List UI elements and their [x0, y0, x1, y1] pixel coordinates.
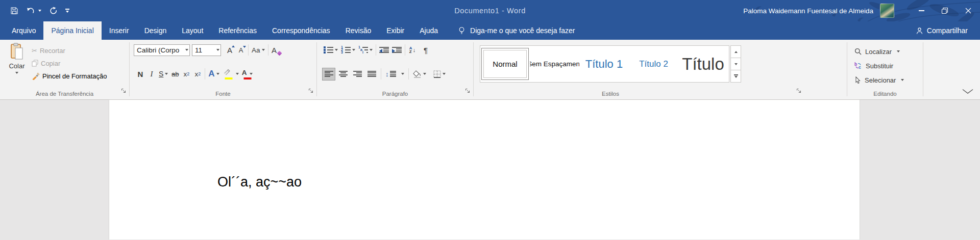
chevron-down-icon [216, 73, 219, 75]
find-button[interactable]: Localizar [854, 45, 900, 58]
separator [381, 68, 381, 79]
tab-arquivo[interactable]: Arquivo [4, 21, 43, 40]
restore-icon [941, 7, 948, 14]
grow-font-button[interactable]: A [224, 44, 235, 57]
group-clipboard: Colar ✂ Recortar Copiar Pincel de Format… [0, 40, 129, 99]
line-spacing-button[interactable]: ↕ [384, 68, 406, 81]
tab-correspondencias[interactable]: Correspondências [264, 21, 338, 40]
borders-button[interactable] [432, 68, 447, 81]
styles-scroll-up-button[interactable] [730, 45, 741, 58]
text-effects-button[interactable]: A [207, 68, 220, 81]
style-normal[interactable]: Normal [480, 46, 530, 82]
style-titulo-2[interactable]: Título 2 [629, 46, 678, 82]
change-case-button[interactable]: Aa [250, 44, 266, 57]
font-name-value: Calibri (Corpo [137, 46, 184, 54]
ribbon-tab-row: Arquivo Página Inicial Inserir Design La… [0, 21, 980, 40]
account-user-name[interactable]: Paloma Waidemann Fuentesal de Almeida [743, 7, 873, 15]
underline-glyph: S [159, 70, 163, 78]
tab-layout[interactable]: Layout [174, 21, 211, 40]
shrink-font-button[interactable]: A [235, 44, 247, 57]
styles-gallery-more-button[interactable] [730, 70, 741, 83]
font-size-combobox[interactable]: 11 [192, 44, 221, 56]
italic-button[interactable]: I [146, 68, 157, 81]
justify-button[interactable] [365, 68, 378, 81]
collapse-ribbon-icon [962, 89, 974, 94]
save-button[interactable] [10, 7, 18, 15]
group-label-editing: Editando [847, 91, 923, 97]
format-painter-button[interactable]: Pincel de Formatação [32, 70, 107, 82]
font-dialog-launcher[interactable] [308, 87, 314, 96]
font-color-bar [243, 77, 251, 79]
sort-button[interactable]: AZ ↓ [407, 44, 418, 57]
show-paragraph-marks-button[interactable]: ¶ [420, 44, 431, 57]
tab-inserir[interactable]: Inserir [102, 21, 137, 40]
bullets-button[interactable] [322, 44, 339, 57]
multilevel-list-button[interactable] [357, 44, 374, 57]
user-avatar[interactable] [880, 4, 894, 18]
select-button[interactable]: Selecionar [854, 74, 904, 86]
decrease-indent-button[interactable] [378, 44, 390, 57]
chevron-down-icon [236, 73, 239, 75]
tab-exibir[interactable]: Exibir [379, 21, 412, 40]
bold-button[interactable]: N [135, 68, 146, 81]
superscript-button[interactable]: x2 [192, 68, 203, 81]
align-left-button[interactable] [322, 68, 335, 81]
styles-scroll-down-button[interactable] [730, 58, 741, 70]
replace-button[interactable]: b c Substituir [854, 60, 893, 72]
strikethrough-button[interactable]: ab [169, 68, 181, 81]
tab-revisao[interactable]: Revisão [338, 21, 379, 40]
tab-pagina-inicial[interactable]: Página Inicial [43, 21, 101, 40]
font-name-combobox[interactable]: Calibri (Corpo [134, 44, 190, 56]
tab-referencias[interactable]: Referências [211, 21, 264, 40]
style-titulo-1[interactable]: Título 1 [579, 46, 629, 82]
document-text[interactable]: Ol´´a, aç~~ao [217, 174, 302, 190]
style-titulo-1-label: Título 1 [585, 58, 623, 71]
tab-ajuda[interactable]: Ajuda [412, 21, 446, 40]
align-center-icon [339, 71, 348, 77]
select-pointer-icon [854, 76, 861, 84]
increase-indent-button[interactable] [390, 44, 403, 57]
align-center-button[interactable] [336, 68, 350, 81]
font-color-button[interactable]: A [240, 68, 255, 81]
clear-formatting-glyph: A [272, 46, 277, 55]
paragraph-dialog-launcher[interactable] [465, 87, 471, 96]
align-right-button[interactable] [351, 68, 364, 81]
paste-clipboard-icon [10, 43, 24, 60]
collapse-ribbon-button[interactable] [962, 87, 974, 96]
copy-button[interactable]: Copiar [32, 57, 60, 69]
chevron-down-icon [250, 73, 253, 75]
tell-me-box[interactable]: Diga-me o que você deseja fazer [458, 21, 575, 40]
redo-button[interactable] [49, 7, 58, 15]
search-icon [854, 48, 862, 55]
document-page[interactable]: Ol´´a, aç~~ao [109, 100, 860, 239]
restore-button[interactable] [933, 0, 957, 21]
tab-design[interactable]: Design [137, 21, 175, 40]
cut-button[interactable]: ✂ Recortar [32, 44, 65, 57]
minimize-button[interactable] [910, 0, 933, 21]
numbered-list-icon [341, 46, 351, 54]
share-button[interactable]: Compartilhar [916, 21, 968, 40]
chevron-down-icon [401, 73, 404, 75]
subscript-glyph: x [183, 70, 187, 78]
borders-icon [433, 70, 441, 78]
close-button[interactable] [957, 0, 980, 21]
style-titulo[interactable]: Título [678, 46, 728, 82]
chevron-down-icon [15, 72, 18, 74]
paste-button[interactable]: Colar [4, 43, 30, 87]
chevron-down-icon [370, 49, 373, 51]
select-label: Selecionar [865, 76, 896, 84]
undo-button[interactable] [26, 7, 41, 15]
numbering-button[interactable] [339, 44, 357, 57]
subscript-button[interactable]: x2 [181, 68, 192, 81]
underline-button[interactable]: S [157, 68, 169, 81]
style-titulo-label: Título [682, 55, 724, 74]
clipboard-dialog-launcher[interactable] [121, 87, 127, 96]
highlight-color-button[interactable] [221, 68, 236, 81]
shading-button[interactable] [411, 68, 428, 81]
group-paragraph: AZ ↓ ¶ ↕ [317, 40, 473, 99]
styles-dialog-launcher[interactable] [796, 87, 802, 96]
share-label: Compartilhar [927, 26, 968, 35]
clear-formatting-button[interactable]: A [270, 44, 281, 57]
style-sem-espacamento[interactable]: Sem Espaçament [530, 46, 579, 82]
customize-qat-button[interactable] [65, 9, 69, 13]
